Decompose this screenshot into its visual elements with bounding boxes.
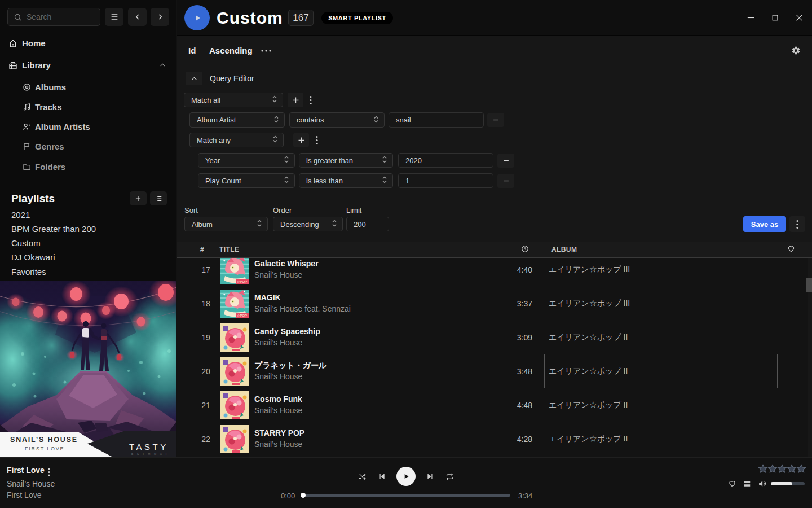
svg-text:FIRST LOVE: FIRST LOVE — [25, 446, 64, 452]
svg-text:SNAIL’S HOUSE: SNAIL’S HOUSE — [10, 436, 78, 444]
svg-text:☆POP: ☆POP — [237, 314, 247, 317]
svg-text:TASTY: TASTY — [129, 442, 169, 452]
svg-text:☆POP: ☆POP — [237, 280, 247, 283]
svg-text:B S T M M X I: B S T M M X I — [131, 452, 168, 456]
